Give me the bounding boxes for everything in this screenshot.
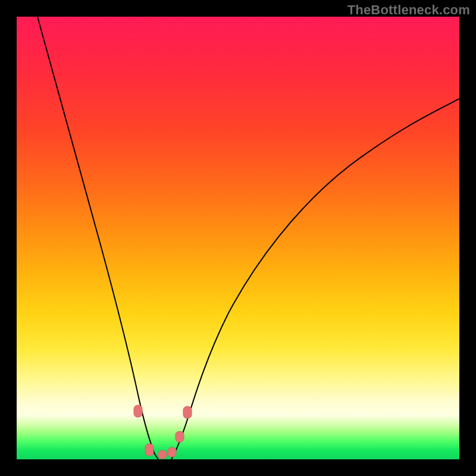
marker-3 xyxy=(158,450,167,459)
chart-frame: TheBottleneck.com xyxy=(0,0,476,476)
left-curve xyxy=(37,17,158,459)
right-curve xyxy=(171,99,459,459)
watermark-text: TheBottleneck.com xyxy=(347,2,470,18)
marker-6 xyxy=(183,406,192,418)
marker-5 xyxy=(176,431,184,442)
plot-area xyxy=(17,17,459,459)
curves-svg xyxy=(17,17,459,459)
marker-4 xyxy=(168,447,176,457)
marker-2 xyxy=(145,444,154,456)
marker-1 xyxy=(134,405,142,417)
